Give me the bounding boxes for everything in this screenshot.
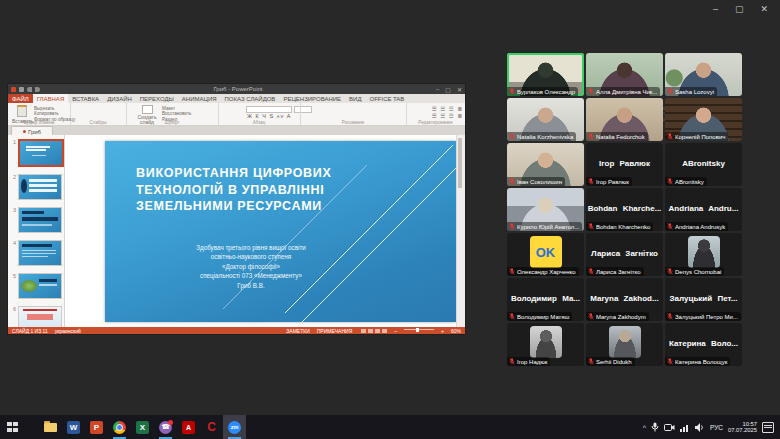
participant-tile[interactable]: Алла Дмитрівна Чик... (586, 53, 663, 96)
participant-tile[interactable]: Natalia Korzhenivska (507, 98, 584, 141)
participant-tile[interactable]: Ігор Равлюк Ігор Равлюк (586, 143, 663, 186)
restore-icon[interactable]: ▢ (445, 86, 451, 93)
tab-file[interactable]: ФАЙЛ (8, 94, 33, 103)
slide-editing-area[interactable]: ВИКОРИСТАННЯ ЦИФРОВИХ ТЕХНОЛОГІЙ В УПРАВ… (65, 135, 456, 327)
powerpoint-window: Гриб - PowerPoint – ▢ ✕ ФАЙЛ ГЛАВНАЯ ВСТ… (8, 84, 465, 334)
close-icon[interactable]: ✕ (760, 4, 768, 14)
participant-name: ABronitsky (675, 179, 704, 185)
tab-review[interactable]: РЕЦЕНЗИРОВАНИЕ (279, 94, 345, 103)
thumbnail-row[interactable]: 2 (11, 174, 62, 200)
minimize-icon[interactable]: – (713, 4, 718, 14)
participant-name: Maryna Zakhodym (596, 314, 646, 320)
mic-muted-icon (588, 313, 594, 320)
zoom-percentage[interactable]: 60% (451, 328, 461, 334)
tab-insert[interactable]: ВСТАВКА (68, 94, 103, 103)
viber-button[interactable]: ☎ (154, 415, 177, 439)
slide-subtitle[interactable]: Здобувач третього рівня вищої освіти осв… (167, 243, 335, 290)
date: 07.07.2025 (728, 427, 757, 434)
tab-transitions[interactable]: ПЕРЕХОДЫ (136, 94, 178, 103)
participant-tile[interactable]: Володимир Ма... Володимир Матяш (507, 278, 584, 321)
slide-thumbnail-4[interactable] (18, 240, 62, 266)
scrollbar-thumb[interactable] (458, 138, 462, 188)
comodo-button[interactable]: C (200, 415, 223, 439)
vertical-scrollbar[interactable] (456, 135, 465, 327)
thumbnail-row[interactable]: 1 (11, 139, 62, 167)
mic-muted-icon (509, 358, 515, 365)
participant-tile[interactable]: Іван Соколишин (507, 143, 584, 186)
action-center-icon[interactable] (762, 422, 774, 433)
participant-name: Бурлаков Олександр (517, 89, 575, 95)
word-button[interactable]: W (62, 415, 85, 439)
camera-icon[interactable] (664, 423, 675, 432)
file-explorer-button[interactable] (39, 415, 62, 439)
slide-thumbnail-1[interactable] (18, 139, 64, 167)
participant-tile[interactable]: Denys Chornobai (665, 233, 742, 276)
thumbnail-row[interactable]: 6 (11, 306, 62, 327)
acrobat-button[interactable]: A (177, 415, 200, 439)
powerpoint-button[interactable]: P (85, 415, 108, 439)
zoom-slider[interactable] (404, 329, 434, 330)
participant-name: Ігор Надюк (517, 359, 547, 365)
network-icon[interactable] (680, 423, 690, 432)
minimize-icon[interactable]: – (436, 86, 439, 93)
zoom-out-icon[interactable]: – (394, 328, 397, 334)
clock[interactable]: 10:57 07.07.2025 (728, 421, 757, 434)
slide-title[interactable]: ВИКОРИСТАННЯ ЦИФРОВИХ ТЕХНОЛОГІЙ В УПРАВ… (136, 165, 332, 215)
tab-view[interactable]: ВИД (345, 94, 365, 103)
zoom-app-button[interactable]: zm (223, 415, 246, 439)
chrome-button[interactable] (108, 415, 131, 439)
participant-tile[interactable]: Ігор Надюк (507, 323, 584, 366)
view-buttons[interactable] (359, 328, 387, 334)
slide-thumbnail-panel[interactable]: 1 2 3 (8, 135, 65, 327)
language-indicator[interactable]: украинский (55, 328, 81, 334)
save-icon[interactable] (19, 87, 24, 92)
mic-muted-icon (588, 88, 594, 95)
participant-tile[interactable]: Катерина Воло... Катерина Волощук (665, 323, 742, 366)
participant-name: Катерина Волощук (675, 359, 727, 365)
hidden-icons-chevron[interactable]: ^ (643, 424, 646, 431)
zoom-slider-knob[interactable] (416, 328, 419, 332)
thumbnail-row[interactable]: 3 (11, 207, 62, 233)
tab-animations[interactable]: АНИМАЦИЯ (178, 94, 221, 103)
participant-name: Andriana Andrusyk (675, 224, 725, 230)
participant-tile[interactable]: Serhii Didukh (586, 323, 663, 366)
close-icon[interactable]: ✕ (457, 86, 462, 93)
excel-button[interactable]: X (131, 415, 154, 439)
tab-design[interactable]: ДИЗАЙН (103, 94, 136, 103)
thumbnail-row[interactable]: 5 (11, 273, 62, 299)
participant-tile[interactable]: Natalia Fedorchuk (586, 98, 663, 141)
notes-button[interactable]: ЗАМЕТКИ (286, 328, 309, 334)
undo-icon[interactable] (27, 87, 32, 92)
participant-name: Denys Chornobai (675, 269, 721, 275)
participant-tile[interactable]: Курило Юрій Анатол... (507, 188, 584, 231)
participant-name: Залуцький Петро Ми... (675, 314, 738, 320)
tab-home[interactable]: ГЛАВНАЯ (33, 94, 69, 103)
start-button[interactable] (4, 415, 27, 439)
participant-tile[interactable]: Sasha Lozovyi (665, 53, 742, 96)
participant-tile[interactable]: Maryna Zakhod... Maryna Zakhodym (586, 278, 663, 321)
participant-tile[interactable]: Корнелій Попович (665, 98, 742, 141)
participant-tile[interactable]: Залуцький Пет... Залуцький Петро Ми... (665, 278, 742, 321)
zoom-in-icon[interactable]: + (441, 328, 444, 334)
slide-thumbnail-5[interactable] (18, 273, 62, 299)
mic-muted-icon (588, 223, 594, 230)
participant-tile[interactable]: ABronitsky ABronitsky (665, 143, 742, 186)
thumbnail-row[interactable]: 4 (11, 240, 62, 266)
comments-button[interactable]: ПРИМЕЧАНИЯ (317, 328, 353, 334)
language-indicator[interactable]: РУС (710, 424, 723, 431)
participant-tile[interactable]: OK Олександр Харченко (507, 233, 584, 276)
microphone-icon[interactable] (651, 422, 659, 432)
participant-tile[interactable]: Лариса Загнітко Лариса Загнітко (586, 233, 663, 276)
tab-officetab[interactable]: OFFICE TAB (365, 94, 408, 103)
tab-slideshow[interactable]: ПОКАЗ СЛАЙДОВ (221, 94, 280, 103)
slide-thumbnail-2[interactable] (18, 174, 62, 200)
current-slide[interactable]: ВИКОРИСТАННЯ ЦИФРОВИХ ТЕХНОЛОГІЙ В УПРАВ… (105, 141, 456, 322)
slide-thumbnail-3[interactable] (18, 207, 62, 233)
participant-tile[interactable]: Bohdan Kharche... Bohdan Kharchenko (586, 188, 663, 231)
slide-thumbnail-6[interactable] (18, 306, 62, 327)
participant-tile[interactable]: Бурлаков Олександр (507, 53, 584, 96)
maximize-icon[interactable]: ▢ (735, 4, 744, 14)
speaker-icon[interactable] (695, 423, 705, 432)
participant-tile[interactable]: Andriana Andru... Andriana Andrusyk (665, 188, 742, 231)
quick-access-toolbar[interactable] (11, 87, 40, 92)
